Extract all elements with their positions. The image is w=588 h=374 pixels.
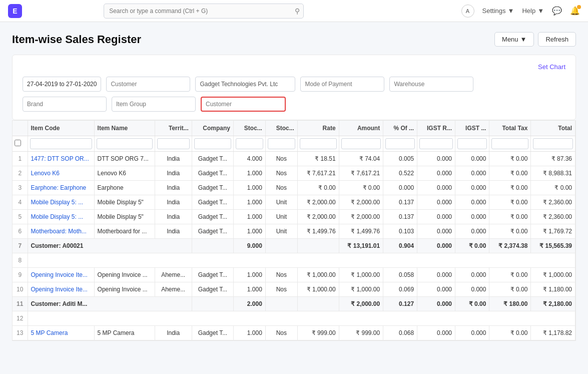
filter-igst-r-input[interactable] [419,138,453,149]
table-row: 12 [13,311,575,326]
subtotal-row-num: 7 [13,239,28,253]
warehouse-filter[interactable] [389,77,473,92]
navbar: E ⚲ A Settings ▼ Help ▼ 💬 🔔 [0,0,588,22]
filter-rate-input[interactable] [300,138,337,149]
subtotal-total-tax: ₹ 180.00 [489,297,531,311]
filter-igst-input[interactable] [457,138,487,149]
customer-dropdown-highlighted[interactable] [201,97,286,112]
row-stock-qty: 1.000 [234,195,266,210]
row-total-tax: ₹ 0.00 [489,181,531,195]
row-rate: ₹ 999.00 [297,326,339,340]
row-igst: 0.000 [455,268,489,282]
subtotal-rate [297,297,339,311]
row-num: 13 [13,326,28,340]
row-item-code[interactable]: Mobile Display 5: ... [28,210,94,224]
settings-button[interactable]: Settings ▼ [482,7,514,15]
filter-stock-uom-input[interactable] [268,138,295,149]
menu-button[interactable]: Menu ▼ [494,32,534,47]
row-total: ₹ 2,360.00 [531,195,575,210]
row-territory: India [155,152,192,166]
company-filter[interactable] [195,77,295,92]
notification-wrap: 🔔 [570,6,580,16]
row-stock-uom: Nos [265,268,297,282]
row-total-tax: ₹ 0.00 [489,268,531,282]
filter-total-tax-cell [489,136,531,152]
row-total: ₹ 0.00 [531,181,575,195]
row-item-code[interactable]: Opening Invoice Ite... [28,282,94,297]
row-item-code[interactable]: Lenovo K6 [28,166,94,181]
row-stock-qty: 1.000 [234,224,266,239]
row-company: Gadget T... [192,152,233,166]
row-igst: 0.000 [455,195,489,210]
row-company: Gadget T... [192,282,233,297]
filter-igst-r-cell [417,136,455,152]
row-stock-qty: 4.000 [234,152,266,166]
filter-territory-cell [155,136,192,152]
row-stock-qty: 1.000 [234,210,266,224]
filter-pct-input[interactable] [385,138,415,149]
row-rate: ₹ 1,000.00 [297,268,339,282]
row-stock-qty: 1.000 [234,326,266,340]
row-amount: ₹ 1,000.00 [339,282,383,297]
filter-pct-cell [383,136,417,152]
select-all-checkbox[interactable] [15,140,21,146]
row-item-code[interactable]: 5 MP Camera [28,326,94,340]
search-input[interactable] [104,4,304,19]
row-stock-uom: Unit [265,195,297,210]
row-amount: ₹ 0.00 [339,181,383,195]
page-title: Item-wise Sales Register [12,33,141,46]
row-igst-r: 0.000 [417,210,455,224]
col-territory: Territ... [155,121,192,136]
row-company: Gadget T... [192,166,233,181]
filter-territory-input[interactable] [157,138,190,149]
set-chart-row: Set Chart [23,63,565,71]
filter-total-tax-input[interactable] [491,138,528,149]
refresh-button[interactable]: Refresh [538,32,576,47]
app-icon[interactable]: E [8,4,22,18]
brand-filter[interactable] [23,97,107,112]
row-item-name: Earphone [94,181,155,195]
col-rate: Rate [297,121,339,136]
chat-icon[interactable]: 💬 [552,7,562,15]
item-group-filter[interactable] [112,97,196,112]
subtotal-igst: ₹ 0.00 [455,239,489,253]
row-item-code[interactable]: Motherboard: Moth... [28,224,94,239]
row-num: 2 [13,166,28,181]
row-rate: ₹ 1,000.00 [297,282,339,297]
filter-stock-qty-input[interactable] [236,138,263,149]
filter-company-input[interactable] [194,138,231,149]
help-button[interactable]: Help ▼ [522,7,544,15]
col-item-name: Item Name [94,121,155,136]
row-total-tax: ₹ 0.00 [489,152,531,166]
subtotal-uom [265,239,297,253]
payment-filter[interactable] [300,77,384,92]
row-item-code[interactable]: Mobile Display 5: ... [28,195,94,210]
table-row: 5 Mobile Display 5: ... Mobile Display 5… [13,210,575,224]
row-total-tax: ₹ 0.00 [489,210,531,224]
row-pct: 0.058 [383,268,417,282]
empty-row-num: 12 [13,311,28,326]
customer-filter-1[interactable] [106,77,190,92]
row-stock-uom: Nos [265,326,297,340]
row-item-code[interactable]: Earphone: Earphone [28,181,94,195]
table-row: 6 Motherboard: Moth... Motherboard for .… [13,224,575,239]
filter-item-code-input[interactable] [30,138,92,149]
table-row: 7 Customer: A00021 9.000 ₹ 13,191.01 0.9… [13,239,575,253]
table-body: 1 1477: DTT SOP OR... DTT SOP ORG 7... I… [13,152,575,340]
row-item-code[interactable]: 1477: DTT SOP OR... [28,152,94,166]
set-chart-button[interactable]: Set Chart [538,63,565,71]
table-row: 13 5 MP Camera 5 MP Camera India Gadget … [13,326,575,340]
row-stock-qty: 1.000 [234,282,266,297]
row-territory: India [155,210,192,224]
date-range-filter[interactable]: 27-04-2019 to 27-01-2020 [23,77,101,92]
row-item-code[interactable]: Opening Invoice Ite... [28,268,94,282]
avatar[interactable]: A [461,5,474,18]
table-header-row: Item Code Item Name Territ... Company St… [13,121,575,136]
row-igst-r: 0.000 [417,166,455,181]
filter-item-name-input[interactable] [97,138,153,149]
filter-amount-input[interactable] [341,138,381,149]
filter-total-input[interactable] [533,138,573,149]
col-total: Total [531,121,575,136]
row-pct: 0.005 [383,152,417,166]
table-row: 9 Opening Invoice Ite... Opening Invoice… [13,268,575,282]
